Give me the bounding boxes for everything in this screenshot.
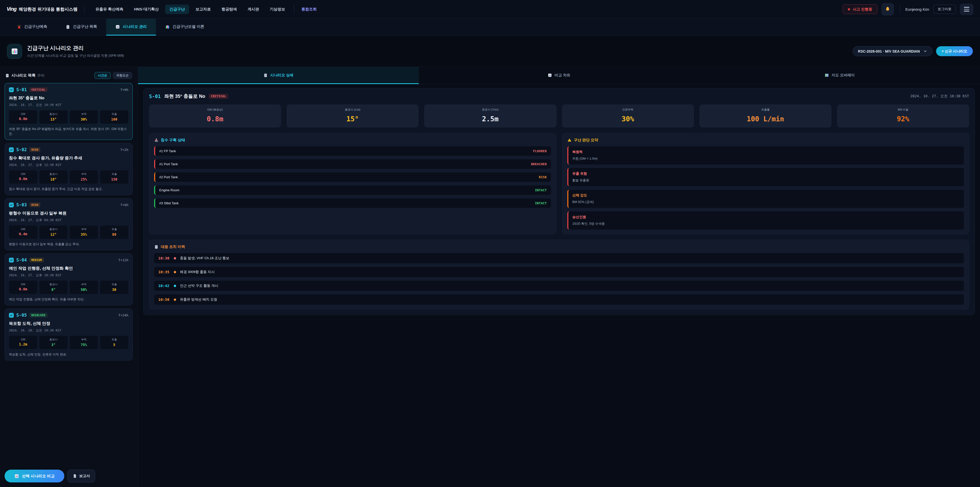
page-title-block: 긴급구난 시나리오 관리 시간 단계별 시나리오 비교·검토 및 구난 의사결정… [27,45,124,58]
chart-icon [14,474,19,479]
metric-box: GM1.2m [9,336,37,349]
detail-severity-badge: CRITICAL [209,94,228,99]
tab-scenario-detail[interactable]: 시나리오 상세 [138,67,419,84]
metric-value: 15° [40,117,67,121]
tab-salvage-model-theory[interactable]: 긴급구난모델 이론 [156,19,213,35]
case-select[interactable]: RSC-2026-001 · M/V SEA GUARDIAN [853,46,932,56]
action-dot-icon [174,299,176,301]
page-header: 긴급구난 시나리오 관리 시간 단계별 시나리오 비교·검토 및 구난 의사결정… [0,36,980,67]
actions-panel: 대응 조치 이력 10:30충돌 발생, VHF Ch.16 조난 통보 10:… [149,240,969,309]
metric-value: 150 [100,177,128,181]
scenario-card[interactable]: S-01 CRITICAL T+0h 좌현 35° 충돌로 No 2024. 1… [5,83,133,140]
scenario-card[interactable]: S-04 MEDIUM T+12h 예인 작업 진행중, 선체 안정화 확인 2… [5,253,133,305]
scenario-sidebar: 시나리오 목록 (5개) 시간순 위험도순 S-01 CRITICAL T+0h… [0,67,138,487]
metric-value: 0.6m [10,287,37,291]
metric-box: 부력75% [70,336,98,349]
tab-scenario-management[interactable]: 시나리오 관리 [106,19,156,35]
nav-item-board[interactable]: 게시판 [243,5,263,14]
scenario-metrics: GM0.4m 횡경사12° 부력35% 유출80 [9,225,128,239]
detail-scenario-id: S-01 [149,93,161,99]
scenario-desc: 예인 작업 진행중, 선체 안정화 확인. 유출 대부분 차단. [9,297,128,302]
scenario-checkbox[interactable] [9,258,14,262]
nav-item-oil-spill[interactable]: 유출유 확산예측 [91,5,127,14]
report-button[interactable]: 보고서 [67,469,95,482]
detail-timestamp: 2024. 10. 27. 오전 10:30 KST [910,94,969,99]
document-icon [73,474,77,478]
app-logo[interactable]: Ving 해양환경 위기대응 통합시스템 [6,6,78,12]
nav-item-emergency-salvage[interactable]: 긴급구난 [165,5,189,14]
time-offset: T+0h [121,88,128,92]
metric-label: 횡경사 [40,112,67,116]
logo-title: 해양환경 위기대응 통합시스템 [19,6,78,12]
metric-label: 유출 [100,228,128,231]
scenario-desc: 목포항 도착, 선체 안정. 잔류유 이적 완료. [9,352,128,357]
action-dot-icon [174,271,176,273]
tab-label: 비교 차트 [555,73,570,78]
logout-button[interactable]: 로그아웃 [933,5,956,14]
judgment-label: 선체 강도 [573,193,960,198]
severity-badge: HIGH [29,203,40,207]
compare-scenarios-button[interactable]: 선택 시나리오 비교 [5,469,64,482]
scenario-id: S-02 [16,147,27,152]
sort-by-risk-button[interactable]: 위험도순 [113,72,132,79]
detail-panels: 침수 구획 상태 #1 FP TankFLOODED #1 Port TankB… [149,133,969,234]
card-header: S-05 RESOLVED T+24h [9,313,128,318]
clipboard-icon [5,73,10,78]
tab-comparison-chart[interactable]: 비교 차트 [419,67,700,84]
tank-name: #1 Port Tank [159,162,178,166]
scenario-card[interactable]: S-02 HIGH T+2h 침수 확대로 경사 증가, 유출량 증가 추세 2… [5,143,133,195]
scenario-list-header: 시나리오 목록 (5개) 시간순 위험도순 [5,72,132,79]
nav-item-reports[interactable]: 보고자료 [191,5,215,14]
metric-box: 횡경사15° [39,110,68,124]
action-row: 10:30충돌 발생, VHF Ch.16 조난 통보 [154,253,964,263]
module-tabbar: 긴급구난예측 긴급구난 목록 시나리오 관리 긴급구난모델 이론 [0,19,980,36]
chart-icon [11,48,18,55]
hamburger-icon [964,7,969,11]
kpi-value: 92% [838,115,968,123]
nav-item-hns[interactable]: HNS·대기확산 [130,5,163,14]
scenario-checkbox[interactable] [9,87,14,92]
sort-by-time-button[interactable]: 시간순 [94,72,111,79]
scenario-title: 평형수 이동으로 경사 일부 복원 [9,211,128,216]
scenario-id: S-01 [16,87,27,92]
judgment-panel: 구난 판단 요약 복원력위험 (GM < 1.0m) 유출 위험활발 유출중 선… [562,133,969,234]
metric-label: 유출 [100,283,128,286]
tab-salvage-forecast[interactable]: 긴급구난예측 [8,19,56,35]
tank-row: #1 FP TankFLOODED [154,146,551,156]
nav-item-weather[interactable]: 기상정보 [266,5,290,14]
nav-item-integrated-search[interactable]: 통합조회 [294,5,321,14]
time-offset: T+2h [121,148,128,152]
scenario-metrics: GM1.2m 횡경사3° 부력75% 유출5 [9,336,128,349]
time-offset: T+24h [118,313,128,317]
nav-item-aerial-search[interactable]: 항공탐색 [217,5,241,14]
time-offset: T+12h [118,258,128,262]
action-text: 유출유 방제선 배치 요청 [180,297,217,302]
menu-button[interactable] [960,3,974,15]
judgment-value: 위험 (GM < 1.0m) [573,156,960,161]
metric-value: 12° [40,232,67,236]
metric-box: 부력25% [70,170,98,184]
tank-row: #3 Stbd TankINTACT [154,198,551,208]
notifications-button[interactable] [881,3,894,16]
scenario-metrics: GM0.6m 횡경사8° 부력50% 유출30 [9,281,128,294]
tab-label: 긴급구난 목록 [73,24,97,29]
tank-name: #1 FP Tank [159,149,176,153]
metric-label: 부력 [70,172,97,176]
kpi-label: 잔존부력 [563,108,693,112]
metric-box: 유출30 [100,281,128,294]
scenario-checkbox[interactable] [9,313,14,318]
page-header-actions: RSC-2026-001 · M/V SEA GUARDIAN + 신규 시나리… [853,46,973,56]
scenario-card[interactable]: S-03 HIGH T+6h 평형수 이동으로 경사 일부 복원 2024. 1… [5,198,133,250]
tab-salvage-list[interactable]: 긴급구난 목록 [56,19,106,35]
metric-label: 유출 [100,338,128,342]
scenario-checkbox[interactable] [9,147,14,152]
scenario-card[interactable]: S-05 RESOLVED T+24h 목포항 도착, 선체 안정 2024. … [5,308,133,361]
judgment-item: 승선인원15/20 확인, 5명 수색중 [567,211,964,230]
new-scenario-button[interactable]: + 신규 시나리오 [936,46,973,56]
kpi-box: BM 비율92% [837,104,969,128]
check-icon [10,314,13,317]
tab-map-overlay[interactable]: 지도 오버레이 [699,67,980,84]
severity-badge: RESOLVED [29,313,48,318]
scenario-checkbox[interactable] [9,203,14,208]
panel-title-label: 침수 구획 상태 [161,138,185,142]
